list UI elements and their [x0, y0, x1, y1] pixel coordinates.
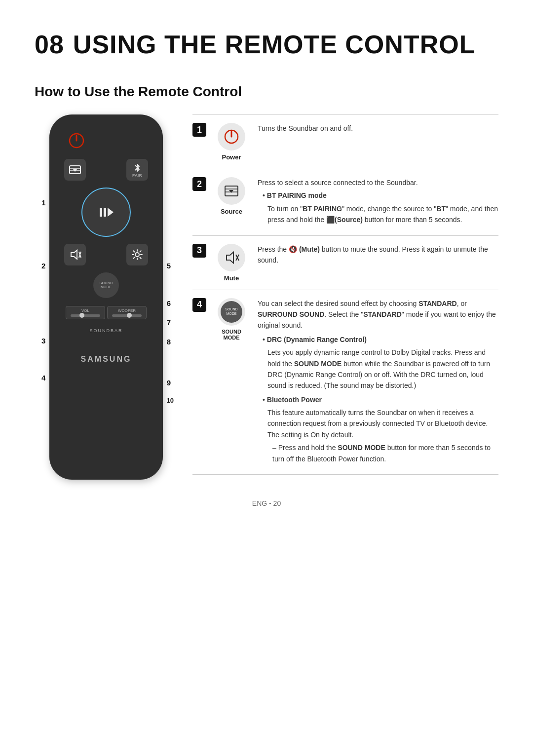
remote-num-1-label: 1 [41, 198, 45, 207]
svg-marker-18 [229, 190, 233, 193]
svg-rect-7 [104, 208, 106, 217]
samsung-label: SAMSUNG [81, 355, 132, 364]
sound-mode-text: SOUND [100, 281, 113, 285]
page-footer: ENG - 20 [35, 499, 498, 507]
remote-body: PAIR [49, 114, 163, 480]
remote-num-7-label: 7 [167, 318, 171, 327]
woofer-track [112, 314, 142, 317]
mute-button[interactable] [64, 244, 86, 265]
source-label: Source [221, 208, 242, 215]
play-pause-button[interactable] [81, 188, 131, 237]
desc-row-3: 3 Mute Press the 🔇 (Mute) button to mute… [192, 235, 498, 290]
power-button[interactable] [65, 129, 88, 152]
sound-mode-desc-circle: SOUND MODE [221, 301, 242, 323]
source-desc-svg [223, 182, 240, 200]
sm-desc-text2: MODE [227, 312, 237, 316]
desc-text-2: Press to select a source connected to th… [254, 177, 498, 227]
remote-num-4-label: 4 [41, 374, 45, 382]
svg-marker-19 [227, 252, 233, 263]
desc-num-2: 2 [192, 177, 206, 191]
chapter-number: 08 [35, 30, 64, 59]
svg-point-12 [135, 253, 139, 257]
mute-settings-row [60, 244, 152, 265]
svg-rect-6 [100, 208, 102, 217]
title-text: USING THE REMOTE CONTROL [73, 30, 476, 59]
sliders-row: VOL WOOFER [60, 306, 152, 319]
power-desc-icon [218, 123, 245, 151]
desc-text-4: You can select the desired sound effect … [254, 298, 498, 466]
bt-pair-button[interactable]: PAIR [126, 159, 148, 181]
source-icon [68, 163, 82, 177]
vol-label: VOL [81, 308, 89, 313]
settings-button[interactable] [126, 244, 148, 265]
sound-mode-row: SOUND MODE [60, 272, 152, 298]
power-row [60, 129, 152, 152]
sm-bt-sub: Press and hold the SOUND MODE button for… [272, 442, 498, 464]
source-desc-p1: Press to select a source connected to th… [258, 177, 498, 188]
remote-num-9-label: 9 [167, 378, 171, 387]
sound-mode-text2: MODE [101, 285, 112, 289]
sm-bt-text: This feature automatically turns the Sou… [267, 407, 498, 440]
source-desc-bt-text: To turn on "BT PAIRING" mode, change the… [267, 203, 498, 226]
mute-desc-p1: Press the 🔇 (Mute) button to mute the so… [258, 244, 498, 266]
source-bt-row: PAIR [60, 159, 152, 181]
mute-label: Mute [224, 274, 239, 282]
sm-bt-power-bullet: Bluetooth Power [263, 394, 498, 405]
sound-mode-button[interactable]: SOUND MODE [93, 272, 119, 298]
vol-thumb [79, 313, 84, 318]
source-button[interactable] [64, 159, 86, 181]
remote-num-10-label: 10 [167, 397, 174, 404]
source-desc-icon [218, 177, 245, 205]
power-icon [68, 132, 85, 150]
sound-mode-desc-icon: SOUND MODE [218, 298, 245, 326]
mute-desc-svg [223, 249, 240, 266]
desc-num-3: 3 [192, 244, 206, 258]
remote-num-3-label: 3 [41, 337, 45, 345]
desc-num-4: 4 [192, 298, 206, 312]
play-pause-icon [96, 202, 116, 222]
vol-track [71, 314, 100, 317]
desc-row-4: 4 SOUND MODE SOUND MODE You can select t… [192, 290, 498, 475]
vol-slider[interactable]: VOL [66, 306, 105, 319]
woofer-label: WOOFER [118, 308, 136, 313]
desc-text-3: Press the 🔇 (Mute) button to mute the so… [254, 244, 498, 268]
svg-marker-8 [108, 208, 114, 217]
woofer-thumb [127, 313, 132, 318]
mute-icon [68, 248, 82, 262]
remote-num-6-label: 6 [167, 299, 171, 307]
remote-num-2-label: 2 [41, 262, 45, 270]
pair-text: PAIR [132, 173, 142, 178]
sm-drc-text: Lets you apply dynamic range control to … [267, 347, 498, 391]
desc-icon-1: Power [209, 123, 254, 161]
desc-icon-2: Source [209, 177, 254, 215]
desc-text-1: Turns the Soundbar on and off. [254, 123, 498, 136]
page-title: 08USING THE REMOTE CONTROL [35, 30, 498, 59]
mute-desc-icon [218, 244, 245, 271]
sm-desc-p1: You can select the desired sound effect … [258, 298, 498, 331]
power-desc-text: Turns the Soundbar on and off. [258, 123, 498, 134]
remote-column: 1 2 3 4 5 6 7 8 9 10 [35, 114, 178, 480]
description-column: 1 Power Turns the Soundbar on and off. 2 [192, 114, 498, 475]
remote-num-8-label: 8 [167, 338, 171, 346]
desc-icon-4: SOUND MODE SOUND MODE [209, 298, 254, 340]
sound-mode-label: SOUND MODE [213, 329, 250, 340]
soundbar-label: SOUNDBAR [89, 328, 122, 333]
power-desc-svg [223, 128, 240, 146]
bluetooth-icon [132, 162, 143, 173]
source-desc-bullet: BT PAIRING mode [263, 190, 498, 201]
main-layout: 1 2 3 4 5 6 7 8 9 10 [35, 114, 498, 480]
desc-icon-3: Mute [209, 244, 254, 282]
desc-row-2: 2 Source Press to select a source connec… [192, 169, 498, 235]
power-label: Power [222, 153, 241, 161]
remote-num-5-label: 5 [167, 262, 171, 270]
play-pause-row [60, 188, 152, 237]
sm-drc-bullet: DRC (Dynamic Range Control) [263, 334, 498, 345]
woofer-slider[interactable]: WOOFER [107, 306, 147, 319]
desc-row-1: 1 Power Turns the Soundbar on and off. [192, 114, 498, 169]
sm-desc-text1: SOUND [225, 307, 237, 311]
desc-num-1: 1 [192, 123, 206, 137]
section-title: How to Use the Remote Control [35, 84, 498, 100]
settings-icon [130, 248, 144, 262]
svg-marker-9 [71, 250, 77, 259]
